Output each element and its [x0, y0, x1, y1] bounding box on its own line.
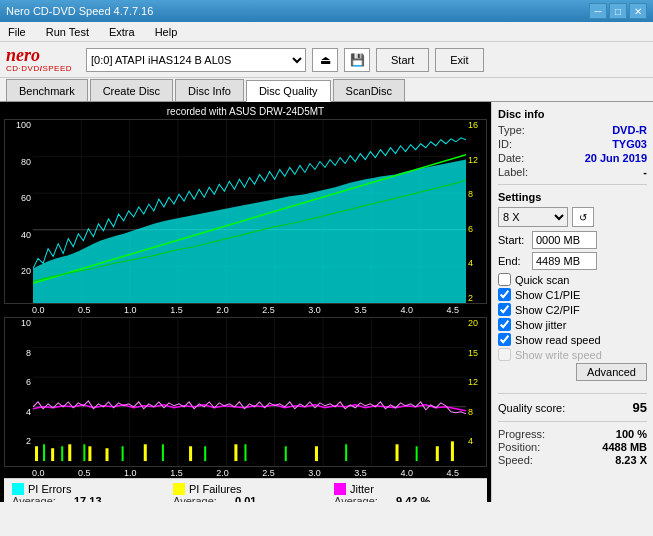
pi-failures-color — [173, 483, 185, 495]
show-read-speed-label: Show read speed — [515, 334, 601, 346]
svg-rect-34 — [396, 444, 399, 461]
advanced-button[interactable]: Advanced — [576, 363, 647, 381]
speed-select[interactable]: 8 X — [498, 207, 568, 227]
speed-display-value: 8.23 X — [615, 454, 647, 466]
svg-rect-32 — [234, 444, 237, 461]
show-c1pie-row: Show C1/PIE — [498, 288, 647, 301]
y-axis-right-upper: 16 12 8 6 4 2 — [466, 120, 486, 303]
x-axis-lower: 0.0 0.5 1.0 1.5 2.0 2.5 3.0 3.5 4.0 4.5 — [4, 467, 487, 478]
refresh-button[interactable]: ↺ — [572, 207, 594, 227]
svg-rect-44 — [285, 446, 287, 461]
logo-sub: CD·DVD/SPEED — [6, 64, 72, 73]
eject-button[interactable]: ⏏ — [312, 48, 338, 72]
lower-chart: 10 8 6 4 2 — [4, 317, 487, 467]
quick-scan-checkbox[interactable] — [498, 273, 511, 286]
pi-failures-legend: PI Failures — [173, 483, 318, 495]
progress-label: Progress: — [498, 428, 545, 440]
svg-rect-41 — [162, 444, 164, 461]
show-write-speed-row: Show write speed — [498, 348, 647, 361]
maximize-button[interactable]: □ — [609, 3, 627, 19]
chart-area: recorded with ASUS DRW-24D5MT 100 80 60 … — [0, 102, 491, 502]
pi-failures-average-label: Average: — [173, 495, 231, 502]
tab-scan-disc[interactable]: ScanDisc — [333, 79, 405, 101]
window-controls: ─ □ ✕ — [589, 3, 647, 19]
logo: nero CD·DVD/SPEED — [6, 46, 72, 73]
svg-rect-39 — [83, 444, 85, 461]
jitter-average-row: Average: 9.42 % — [334, 495, 479, 502]
start-label: Start: — [498, 234, 528, 246]
show-jitter-checkbox[interactable] — [498, 318, 511, 331]
exit-button[interactable]: Exit — [435, 48, 483, 72]
svg-rect-26 — [51, 448, 54, 461]
svg-rect-35 — [436, 446, 439, 461]
tab-benchmark[interactable]: Benchmark — [6, 79, 88, 101]
svg-rect-28 — [88, 446, 91, 461]
y-axis-left-lower: 10 8 6 4 2 — [5, 318, 33, 466]
show-jitter-label: Show jitter — [515, 319, 566, 331]
pi-errors-average-value: 17.13 — [74, 495, 102, 502]
drive-select[interactable]: [0:0] ATAPI iHAS124 B AL0S — [86, 48, 306, 72]
show-c2pif-checkbox[interactable] — [498, 303, 511, 316]
menu-help[interactable]: Help — [151, 25, 182, 39]
jitter-average-value: 9.42 % — [396, 495, 430, 502]
svg-rect-45 — [345, 444, 347, 461]
jitter-average-label: Average: — [334, 495, 392, 502]
svg-rect-27 — [68, 444, 71, 461]
pi-failures-label: PI Failures — [189, 483, 242, 495]
progress-row: Progress: 100 % — [498, 428, 647, 440]
show-c1pie-label: Show C1/PIE — [515, 289, 580, 301]
svg-rect-30 — [144, 444, 147, 461]
disc-date-label: Date: — [498, 152, 524, 164]
menu-bar: File Run Test Extra Help — [0, 22, 653, 42]
show-write-speed-label: Show write speed — [515, 349, 602, 361]
start-button[interactable]: Start — [376, 48, 429, 72]
disc-id-row: ID: TYG03 — [498, 138, 647, 150]
speed-setting-row: 8 X ↺ — [498, 207, 647, 227]
pi-errors-legend: PI Errors — [12, 483, 157, 495]
show-read-speed-row: Show read speed — [498, 333, 647, 346]
disc-date-row: Date: 20 Jun 2019 — [498, 152, 647, 164]
pi-errors-average-label: Average: — [12, 495, 70, 502]
start-mb-row: Start: — [498, 231, 647, 249]
position-row: Position: 4488 MB — [498, 441, 647, 453]
progress-section: Progress: 100 % Position: 4488 MB Speed:… — [498, 428, 647, 466]
quality-score-row: Quality score: 95 — [498, 400, 647, 415]
show-read-speed-checkbox[interactable] — [498, 333, 511, 346]
svg-rect-29 — [106, 448, 109, 461]
upper-chart: 100 80 60 40 20 — [4, 119, 487, 304]
chart-title: recorded with ASUS DRW-24D5MT — [4, 106, 487, 117]
show-write-speed-checkbox[interactable] — [498, 348, 511, 361]
svg-rect-33 — [315, 446, 318, 461]
show-c1pie-checkbox[interactable] — [498, 288, 511, 301]
svg-rect-43 — [244, 444, 246, 461]
close-button[interactable]: ✕ — [629, 3, 647, 19]
quality-score-label: Quality score: — [498, 402, 565, 414]
disc-type-label: Type: — [498, 124, 525, 136]
x-axis-upper: 0.0 0.5 1.0 1.5 2.0 2.5 3.0 3.5 4.0 4.5 — [4, 304, 487, 315]
speed-display-label: Speed: — [498, 454, 533, 466]
tab-disc-quality[interactable]: Disc Quality — [246, 80, 331, 102]
disc-type-row: Type: DVD-R — [498, 124, 647, 136]
svg-rect-36 — [451, 441, 454, 461]
disc-id-value: TYG03 — [612, 138, 647, 150]
position-value: 4488 MB — [602, 441, 647, 453]
pi-failures-section: PI Failures Average: 0.01 Maximum: 2 Tot… — [173, 483, 318, 502]
show-jitter-row: Show jitter — [498, 318, 647, 331]
quality-score-value: 95 — [633, 400, 647, 415]
tab-disc-info[interactable]: Disc Info — [175, 79, 244, 101]
menu-extra[interactable]: Extra — [105, 25, 139, 39]
position-label: Position: — [498, 441, 540, 453]
minimize-button[interactable]: ─ — [589, 3, 607, 19]
end-input[interactable] — [532, 252, 597, 270]
quick-scan-label: Quick scan — [515, 274, 569, 286]
svg-rect-31 — [189, 446, 192, 461]
save-button[interactable]: 💾 — [344, 48, 370, 72]
y-axis-left-upper: 100 80 60 40 20 — [5, 120, 33, 303]
menu-file[interactable]: File — [4, 25, 30, 39]
menu-run-test[interactable]: Run Test — [42, 25, 93, 39]
settings-title: Settings — [498, 191, 647, 203]
tab-create-disc[interactable]: Create Disc — [90, 79, 173, 101]
divider-3 — [498, 421, 647, 422]
pi-failures-average-value: 0.01 — [235, 495, 256, 502]
start-input[interactable] — [532, 231, 597, 249]
